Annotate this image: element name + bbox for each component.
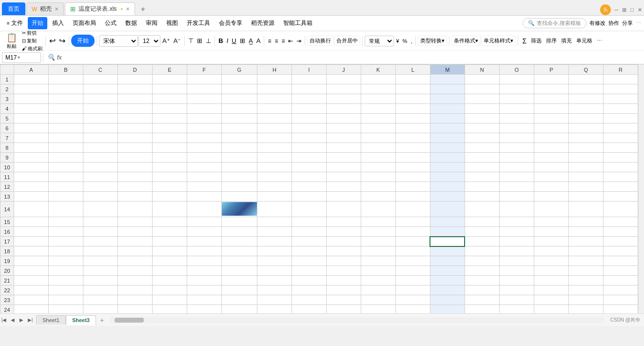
cell-F10[interactable] — [187, 163, 221, 172]
cell-B17[interactable] — [48, 237, 83, 246]
cell-Q16[interactable] — [568, 227, 603, 237]
cell-N16[interactable] — [465, 227, 499, 237]
cell-I1[interactable] — [292, 75, 326, 84]
cell-J7[interactable] — [326, 133, 361, 143]
cell-Q22[interactable] — [568, 285, 603, 295]
cell-H16[interactable] — [257, 227, 292, 237]
save-status[interactable]: 有修改 — [589, 20, 605, 27]
cell-E24[interactable] — [152, 305, 187, 314]
menu-review[interactable]: 审阅 — [142, 17, 161, 29]
cell-N21[interactable] — [465, 276, 499, 285]
cell-K1[interactable] — [361, 75, 395, 84]
cell-D3[interactable] — [117, 94, 152, 104]
cell-B3[interactable] — [48, 94, 83, 104]
cell-O22[interactable] — [499, 285, 534, 295]
cell-F3[interactable] — [187, 94, 221, 104]
cell-L1[interactable] — [395, 75, 430, 84]
cell-L10[interactable] — [395, 163, 430, 172]
cell-N19[interactable] — [465, 256, 499, 266]
cell-F8[interactable] — [187, 143, 221, 153]
col-header-M[interactable]: M — [430, 65, 465, 75]
cell-C10[interactable] — [83, 163, 117, 172]
cell-G14[interactable] — [221, 202, 257, 217]
cell-C4[interactable] — [83, 104, 117, 114]
window-tileview-icon[interactable]: ⊞ — [622, 7, 626, 13]
cell-F12[interactable] — [187, 182, 221, 192]
cell-R12[interactable] — [603, 182, 638, 192]
sort-button[interactable]: 排序 — [544, 36, 559, 45]
sheet-nav-last[interactable]: ▶| — [26, 316, 34, 324]
cell-I14[interactable] — [292, 202, 326, 217]
cut-button[interactable]: ✂ 剪切 — [22, 30, 37, 37]
cell-I15[interactable] — [292, 217, 326, 227]
cell-A4[interactable] — [14, 104, 48, 114]
merge-cells-button[interactable]: 合并居中 — [334, 36, 360, 46]
text-align-right-button[interactable]: ≡ — [280, 37, 286, 45]
cell-Q5[interactable] — [568, 114, 603, 123]
cell-K24[interactable] — [361, 305, 395, 314]
sheet-nav-first[interactable]: |◀ — [0, 316, 8, 324]
cell-P3[interactable] — [534, 94, 568, 104]
cell-P17[interactable] — [534, 237, 568, 246]
cell-L18[interactable] — [395, 246, 430, 256]
copy-button[interactable]: ⊡ 复制 — [22, 38, 37, 44]
cell-D1[interactable] — [117, 75, 152, 84]
cell-O7[interactable] — [499, 133, 534, 143]
cell-J2[interactable] — [326, 84, 361, 94]
cell-F16[interactable] — [187, 227, 221, 237]
cell-K9[interactable] — [361, 153, 395, 163]
cell-A13[interactable] — [14, 192, 48, 202]
cell-N6[interactable] — [465, 123, 499, 133]
col-header-P[interactable]: P — [534, 65, 568, 75]
cell-K16[interactable] — [361, 227, 395, 237]
cell-P20[interactable] — [534, 266, 568, 276]
cell-C24[interactable] — [83, 305, 117, 314]
menu-insert[interactable]: 插入 — [48, 17, 68, 29]
cell-D21[interactable] — [117, 276, 152, 285]
cell-R5[interactable] — [603, 114, 638, 123]
cell-F1[interactable] — [187, 75, 221, 84]
cell-D22[interactable] — [117, 285, 152, 295]
cell-I20[interactable] — [292, 266, 326, 276]
window-minimize-icon[interactable]: ─ — [615, 7, 619, 13]
cell-L7[interactable] — [395, 133, 430, 143]
cell-D7[interactable] — [117, 133, 152, 143]
cell-I18[interactable] — [292, 246, 326, 256]
cell-F23[interactable] — [187, 295, 221, 305]
cell-E21[interactable] — [152, 276, 187, 285]
cell-R19[interactable] — [603, 256, 638, 266]
doc2-tab[interactable]: ⊞ 温度记录表.xls ● ✕ — [65, 2, 135, 15]
cell-E3[interactable] — [152, 94, 187, 104]
cell-P7[interactable] — [534, 133, 568, 143]
cell-P2[interactable] — [534, 84, 568, 94]
cell-N15[interactable] — [465, 217, 499, 227]
cell-E1[interactable] — [152, 75, 187, 84]
cell-A6[interactable] — [14, 123, 48, 133]
font-size-select[interactable]: 12 10 14 16 — [138, 35, 160, 47]
cell-N18[interactable] — [465, 246, 499, 256]
cell-Q6[interactable] — [568, 123, 603, 133]
add-sheet-button[interactable]: + — [96, 315, 108, 325]
cell-M11[interactable] — [430, 172, 465, 182]
font-color-button[interactable]: A — [255, 36, 262, 45]
sheet-nav-prev[interactable]: ◀ — [9, 316, 17, 324]
cell-N17[interactable] — [465, 237, 499, 246]
cell-M7[interactable] — [430, 133, 465, 143]
undo-button[interactable]: ↩ — [48, 35, 57, 46]
cell-G2[interactable] — [221, 84, 257, 94]
cell-D16[interactable] — [117, 227, 152, 237]
cell-N4[interactable] — [465, 104, 499, 114]
cell-K19[interactable] — [361, 256, 395, 266]
cell-I6[interactable] — [292, 123, 326, 133]
cell-Q15[interactable] — [568, 217, 603, 227]
cell-E15[interactable] — [152, 217, 187, 227]
cell-J4[interactable] — [326, 104, 361, 114]
cell-H12[interactable] — [257, 182, 292, 192]
cell-C5[interactable] — [83, 114, 117, 123]
cell-I21[interactable] — [292, 276, 326, 285]
cell-D15[interactable] — [117, 217, 152, 227]
cell-Q1[interactable] — [568, 75, 603, 84]
cell-D23[interactable] — [117, 295, 152, 305]
cell-L6[interactable] — [395, 123, 430, 133]
border-button[interactable]: ⊞ — [238, 36, 247, 45]
